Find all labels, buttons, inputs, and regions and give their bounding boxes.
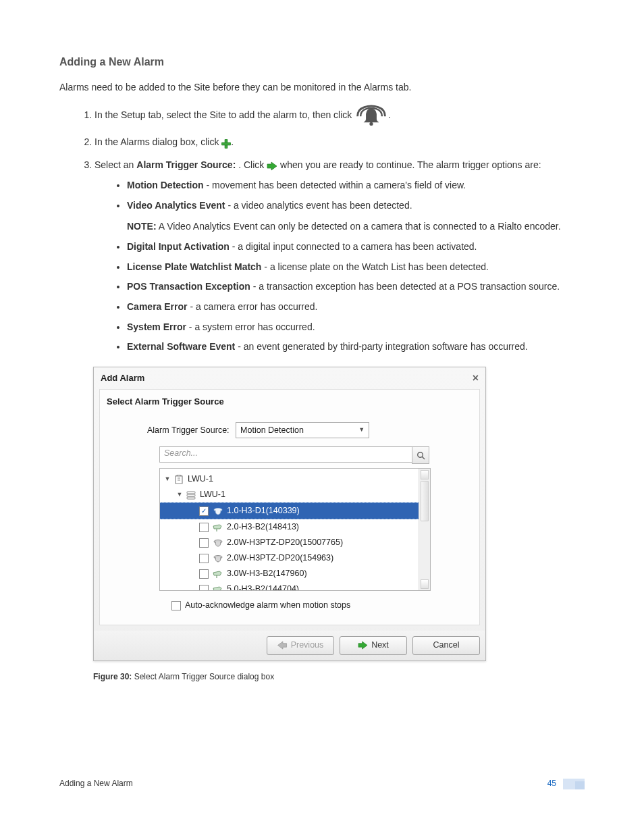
step-3-text-b: . Click xyxy=(238,159,267,170)
trigger-item: Video Analytics Event - a video analytic… xyxy=(127,199,585,234)
trigger-name: External Software Event xyxy=(127,341,235,352)
combo-label: Alarm Trigger Source: xyxy=(147,424,230,437)
scrollbar[interactable] xyxy=(419,469,430,590)
tree-camera-row[interactable]: 3.0W-H3-B2(147960) xyxy=(160,566,430,581)
trigger-desc: - a video analytics event has been detec… xyxy=(225,200,412,211)
camera-checkbox[interactable] xyxy=(199,585,209,592)
page-title: Adding a New Alarm xyxy=(59,54,585,71)
auto-ack-label: Auto-acknowledge alarm when motion stops xyxy=(185,599,350,612)
combo-value: Motion Detection xyxy=(240,424,304,437)
camera-icon xyxy=(213,523,223,532)
trigger-item: Camera Error - a camera error has occurr… xyxy=(127,300,585,315)
cancel-button[interactable]: Cancel xyxy=(412,636,480,655)
camera-label: 2.0-H3-B2(148413) xyxy=(227,521,299,533)
trigger-item: External Software Event - an event gener… xyxy=(127,340,585,355)
trigger-name: Camera Error xyxy=(127,301,188,312)
next-button[interactable]: Next xyxy=(340,636,407,655)
trigger-desc: - a system error has occurred. xyxy=(186,321,315,332)
tree-server-label: LWU-1 xyxy=(200,488,225,501)
add-alarm-dialog: Add Alarm × Select Alarm Trigger Source … xyxy=(93,367,486,661)
camera-tree[interactable]: ▼ LWU-1 ▼ LWU-1 1.0-H3-D1(140339)2.0-H3-… xyxy=(159,468,431,591)
trigger-source-combo[interactable]: Motion Detection ▼ xyxy=(236,422,369,438)
chevron-down-icon: ▼ xyxy=(164,475,171,484)
search-button[interactable] xyxy=(412,446,429,464)
tree-camera-row[interactable]: 2.0-H3-B2(148413) xyxy=(160,519,430,535)
step-3-bold: Alarm Trigger Source: xyxy=(136,159,238,170)
trigger-item: POS Transaction Exception - a transactio… xyxy=(127,280,585,294)
camera-icon xyxy=(213,585,223,592)
previous-label: Previous xyxy=(291,639,324,652)
step-2-text-a: In the Alarms dialog box, click xyxy=(95,136,221,147)
figure-label: Figure 30: xyxy=(93,672,132,681)
trigger-name: Motion Detection xyxy=(127,180,204,190)
tree-server-row[interactable]: ▼ LWU-1 xyxy=(160,487,430,502)
camera-checkbox[interactable] xyxy=(199,523,209,532)
footer-section: Adding a New Alarm xyxy=(59,777,133,790)
trigger-desc: - a transaction exception has been detec… xyxy=(250,281,560,292)
auto-ack-row[interactable]: Auto-acknowledge alarm when motion stops xyxy=(171,599,473,612)
step-1: In the Setup tab, select the Site to add… xyxy=(95,104,585,127)
trigger-name: Digital Input Activation xyxy=(127,241,230,252)
camera-label: 2.0W-H3PTZ-DP20(15007765) xyxy=(227,536,343,549)
step-1-text-a: In the Setup tab, select the Site to add… xyxy=(95,109,354,120)
dialog-title: Add Alarm xyxy=(101,371,144,385)
trigger-desc: - a camera error has occurred. xyxy=(188,301,318,312)
intro-paragraph: Alarms need to be added to the Site befo… xyxy=(59,80,585,95)
step-3: Select an Alarm Trigger Source: . Click … xyxy=(95,158,585,355)
trigger-desc: - an event generated by third-party inte… xyxy=(235,341,527,352)
camera-checkbox[interactable] xyxy=(199,569,209,579)
camera-icon xyxy=(213,554,223,563)
camera-label: 5.0-H3-B2(144704) xyxy=(227,583,299,591)
camera-label: 3.0W-H3-B2(147960) xyxy=(227,567,307,580)
step-2-text-b: . xyxy=(231,136,234,147)
search-input[interactable]: Search... xyxy=(159,446,412,463)
tree-site-row[interactable]: ▼ LWU-1 xyxy=(160,471,430,487)
step-3-text-c: when you are ready to continue. The alar… xyxy=(277,159,541,170)
previous-arrow-icon xyxy=(277,641,288,650)
camera-checkbox[interactable] xyxy=(199,554,209,563)
page-number: 45 xyxy=(547,777,556,790)
camera-checkbox[interactable] xyxy=(199,538,209,548)
tree-site-label: LWU-1 xyxy=(188,473,213,486)
next-arrow-icon xyxy=(358,641,368,650)
trigger-item: Digital Input Activation - a digital inp… xyxy=(127,240,585,255)
tree-camera-row[interactable]: 1.0-H3-D1(140339) xyxy=(160,502,430,519)
camera-label: 1.0-H3-D1(140339) xyxy=(227,504,300,517)
close-icon[interactable]: × xyxy=(473,373,479,384)
trigger-desc: - a digital input connected to a camera … xyxy=(230,241,477,252)
tree-camera-row[interactable]: 2.0W-H3PTZ-DP20(154963) xyxy=(160,550,430,566)
camera-checkbox[interactable] xyxy=(199,506,209,516)
trigger-item: Motion Detection - movement has been det… xyxy=(127,178,585,193)
search-icon xyxy=(417,451,425,460)
tree-camera-row[interactable]: 2.0W-H3PTZ-DP20(15007765) xyxy=(160,535,430,550)
camera-icon xyxy=(213,538,223,548)
trigger-name: License Plate Watchlist Match xyxy=(127,261,261,272)
note-text: A Video Analytics Event can only be dete… xyxy=(157,221,561,232)
step-1-text-b: . xyxy=(388,109,391,120)
tree-camera-row[interactable]: 5.0-H3-B2(144704) xyxy=(160,581,430,591)
figure-caption: Figure 30: Select Alarm Trigger Source d… xyxy=(93,671,585,683)
trigger-name: System Error xyxy=(127,321,186,332)
chevron-down-icon: ▼ xyxy=(358,425,365,435)
previous-button[interactable]: Previous xyxy=(267,636,334,655)
dialog-subtitle: Select Alarm Trigger Source xyxy=(100,390,479,410)
camera-label: 2.0W-H3PTZ-DP20(154963) xyxy=(227,552,333,565)
next-arrow-icon xyxy=(267,161,277,170)
auto-ack-checkbox[interactable] xyxy=(171,601,181,610)
trigger-name: POS Transaction Exception xyxy=(127,281,250,292)
trigger-item: License Plate Watchlist Match - a licens… xyxy=(127,260,585,275)
server-icon xyxy=(186,490,196,500)
trigger-desc: - a license plate on the Watch List has … xyxy=(261,261,488,272)
step-2: In the Alarms dialog box, click . xyxy=(95,135,585,150)
trigger-item: System Error - a system error has occurr… xyxy=(127,320,585,335)
figure-text: Select Alarm Trigger Source dialog box xyxy=(132,672,274,681)
site-icon xyxy=(173,475,184,484)
note-label: NOTE: xyxy=(127,221,157,232)
cancel-label: Cancel xyxy=(433,639,460,652)
page-decoration-icon xyxy=(563,779,585,789)
next-label: Next xyxy=(371,639,389,652)
step-3-text-a: Select an xyxy=(95,159,136,170)
alarm-bell-icon xyxy=(354,104,388,127)
add-plus-icon xyxy=(221,138,231,148)
camera-icon xyxy=(213,569,223,579)
